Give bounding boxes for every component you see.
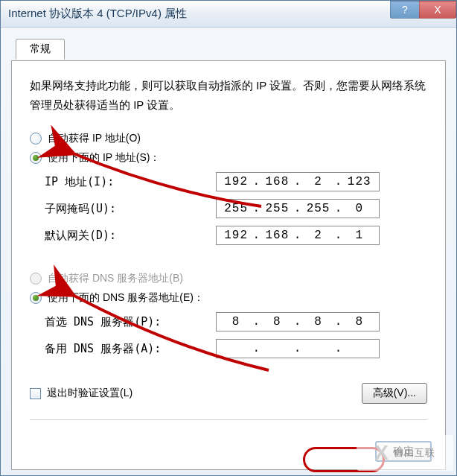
titlebar[interactable]: Internet 协议版本 4 (TCP/IPv4) 属性 ? X: [1, 1, 456, 28]
close-button[interactable]: X: [419, 1, 456, 19]
subnet-mask-input[interactable]: 255. 255. 255. 0: [216, 199, 380, 218]
tab-panel-general: 如果网络支持此功能，则可以获取自动指派的 IP 设置。否则，您需要从网络系统管理…: [11, 60, 446, 470]
ip-address-input[interactable]: 192. 168. 2. 123: [216, 172, 380, 191]
radio-auto-dns: [30, 273, 42, 285]
radio-manual-ip-label: 使用下面的 IP 地址(S)：: [48, 151, 160, 165]
close-icon: X: [434, 4, 441, 16]
tab-label: 常规: [30, 42, 51, 54]
dns-alt-label: 备用 DNS 服务器(A):: [45, 342, 216, 356]
ip-address-label: IP 地址(I):: [45, 175, 216, 189]
radio-auto-dns-row: 自动获得 DNS 服务器地址(B): [30, 272, 427, 285]
validate-row: 退出时验证设置(L): [30, 387, 132, 400]
divider: [30, 419, 427, 420]
radio-manual-ip[interactable]: [30, 152, 42, 164]
gateway-row: 默认网关(D): 192. 168. 2. 1: [45, 226, 427, 245]
subnet-mask-row: 子网掩码(U): 255. 255. 255. 0: [45, 199, 427, 218]
radio-manual-ip-row: 使用下面的 IP 地址(S)：: [30, 151, 427, 165]
radio-auto-ip[interactable]: [30, 133, 42, 145]
gateway-input[interactable]: 192. 168. 2. 1: [216, 226, 380, 245]
radio-auto-ip-label: 自动获得 IP 地址(O): [48, 132, 141, 145]
dns-alt-row: 备用 DNS 服务器(A): . . .: [45, 339, 427, 358]
radio-manual-dns-label: 使用下面的 DNS 服务器地址(E)：: [48, 291, 204, 305]
dns-preferred-row: 首选 DNS 服务器(P): 8. 8. 8. 8: [45, 312, 427, 331]
advanced-button[interactable]: 高级(V)...: [362, 383, 427, 404]
help-icon: ?: [402, 4, 408, 16]
dialog-window: Internet 协议版本 4 (TCP/IPv4) 属性 ? X 常规 如果网…: [0, 0, 457, 476]
intro-text: 如果网络支持此功能，则可以获取自动指派的 IP 设置。否则，您需要从网络系统管理…: [30, 76, 427, 114]
window-title: Internet 协议版本 4 (TCP/IPv4) 属性: [8, 7, 187, 21]
validate-checkbox[interactable]: [30, 388, 41, 399]
dns-alt-input[interactable]: . . .: [216, 339, 380, 358]
subnet-mask-label: 子网掩码(U):: [45, 202, 216, 216]
dns-preferred-label: 首选 DNS 服务器(P):: [45, 315, 216, 329]
tab-general[interactable]: 常规: [16, 39, 65, 60]
help-button[interactable]: ?: [390, 1, 420, 19]
radio-manual-dns-row: 使用下面的 DNS 服务器地址(E)：: [30, 291, 427, 305]
radio-auto-ip-row: 自动获得 IP 地址(O): [30, 132, 427, 145]
ip-address-row: IP 地址(I): 192. 168. 2. 123: [45, 172, 427, 191]
dns-preferred-input[interactable]: 8. 8. 8. 8: [216, 312, 380, 331]
ok-button[interactable]: 确定: [375, 441, 432, 462]
validate-label: 退出时验证设置(L): [47, 387, 132, 400]
radio-manual-dns[interactable]: [30, 292, 42, 304]
gateway-label: 默认网关(D):: [45, 229, 216, 243]
radio-auto-dns-label: 自动获得 DNS 服务器地址(B): [48, 272, 183, 285]
